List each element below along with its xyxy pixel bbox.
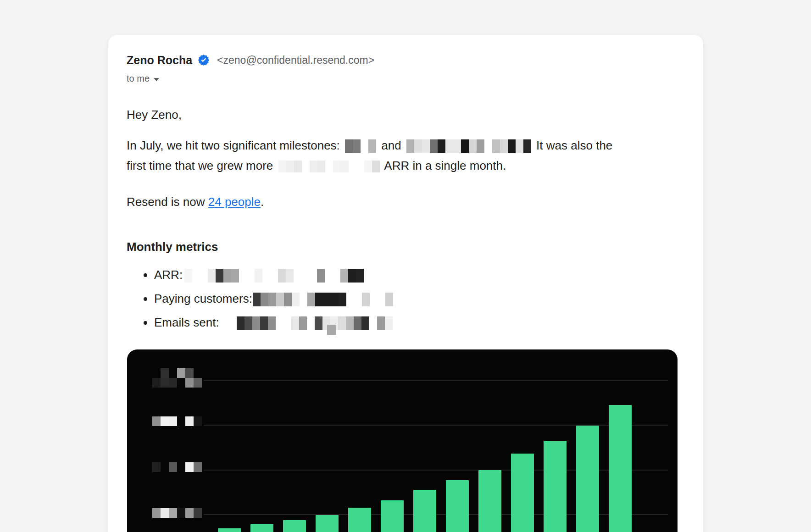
team-size-link[interactable]: 24 people bbox=[208, 195, 261, 209]
redaction-cell bbox=[484, 139, 492, 153]
redaction-cell bbox=[361, 139, 368, 153]
redaction-cell bbox=[177, 368, 185, 378]
redaction-cell bbox=[469, 139, 477, 153]
redaction-cell bbox=[292, 293, 300, 306]
chart-bar-5 bbox=[348, 508, 371, 532]
redaction-cell bbox=[177, 508, 185, 518]
redaction-cell bbox=[307, 316, 315, 330]
chart-bar-3 bbox=[283, 520, 306, 532]
redaction-cell bbox=[500, 139, 508, 153]
redaction-cell bbox=[438, 139, 445, 153]
chart-y-axis-label-redacted bbox=[152, 462, 202, 472]
redaction-cell bbox=[370, 293, 378, 306]
redaction-cell bbox=[169, 508, 177, 518]
paragraph-text: . bbox=[261, 195, 264, 209]
paragraph-text: It was also the bbox=[533, 139, 612, 152]
redacted-value-block bbox=[184, 269, 364, 283]
redaction-cell bbox=[333, 161, 341, 172]
redaction-cell bbox=[208, 269, 216, 283]
chart-gridline bbox=[204, 380, 668, 381]
redaction-row bbox=[253, 293, 393, 306]
redaction-cell bbox=[161, 368, 169, 378]
redaction-cell bbox=[161, 378, 169, 388]
milestones-paragraph: In July, we hit two significant mileston… bbox=[127, 135, 685, 176]
chart-bar-8 bbox=[446, 480, 469, 532]
redaction-cell bbox=[252, 316, 260, 330]
chart-bar-12 bbox=[576, 426, 599, 532]
redaction-cell bbox=[369, 316, 377, 330]
paragraph-text: first time that we grew more bbox=[127, 159, 277, 172]
redaction-cell bbox=[325, 161, 333, 172]
redaction-cell bbox=[194, 378, 202, 388]
redaction-cell bbox=[152, 378, 161, 388]
redacted-text-block bbox=[345, 139, 376, 153]
redaction-cell bbox=[301, 269, 309, 283]
redaction-cell bbox=[299, 316, 307, 330]
redaction-cell bbox=[345, 139, 353, 153]
redaction-cell bbox=[278, 269, 286, 283]
redaction-cell bbox=[185, 378, 194, 388]
redaction-row bbox=[184, 269, 364, 283]
redaction-cell bbox=[291, 316, 299, 330]
redaction-cell bbox=[300, 293, 307, 306]
redaction-cell bbox=[161, 416, 169, 426]
redaction-cell bbox=[284, 293, 292, 306]
redaction-cell bbox=[333, 269, 340, 283]
redaction-cell bbox=[353, 139, 361, 153]
redacted-value-block bbox=[327, 325, 336, 335]
redaction-cell bbox=[262, 269, 270, 283]
email-content: Zeno Rocha <zeno@confidential.resend.com… bbox=[108, 35, 703, 532]
sender-email: <zeno@confidential.resend.com> bbox=[217, 53, 374, 67]
redaction-cell bbox=[317, 269, 325, 283]
chart-bar-4 bbox=[316, 515, 339, 532]
redaction-row bbox=[152, 462, 202, 472]
redaction-cell bbox=[169, 368, 177, 378]
redaction-cell bbox=[492, 139, 500, 153]
redaction-cell bbox=[385, 316, 393, 330]
paragraph-text: and bbox=[378, 139, 405, 152]
redaction-cell bbox=[161, 462, 169, 472]
redaction-cell bbox=[340, 269, 348, 283]
redaction-cell bbox=[315, 316, 322, 330]
redaction-cell bbox=[422, 139, 430, 153]
redaction-cell bbox=[276, 316, 283, 330]
sender-name: Zeno Rocha bbox=[127, 53, 192, 67]
redaction-cell bbox=[184, 269, 192, 283]
redaction-cell bbox=[309, 269, 317, 283]
chart-y-axis-label-redacted bbox=[152, 416, 202, 426]
redaction-cell bbox=[317, 161, 325, 172]
redaction-cell bbox=[516, 139, 523, 153]
redaction-cell bbox=[152, 368, 161, 378]
redaction-cell bbox=[286, 269, 294, 283]
redaction-cell bbox=[294, 269, 301, 283]
redaction-cell bbox=[185, 508, 194, 518]
paragraph-text: In July, we hit two significant mileston… bbox=[127, 139, 343, 152]
redaction-cell bbox=[327, 325, 336, 335]
redaction-row bbox=[152, 378, 202, 388]
metrics-heading: Monthly metrics bbox=[127, 239, 685, 255]
redaction-cell bbox=[255, 269, 262, 283]
redaction-cell bbox=[346, 293, 354, 306]
redaction-cell bbox=[152, 508, 161, 518]
redaction-cell bbox=[325, 269, 333, 283]
recipient-dropdown[interactable]: to me bbox=[127, 73, 159, 84]
redaction-cell bbox=[192, 269, 200, 283]
redaction-row bbox=[237, 316, 393, 330]
redaction-cell bbox=[445, 139, 453, 153]
redaction-cell bbox=[354, 316, 361, 330]
redaction-cell bbox=[338, 316, 346, 330]
list-item-arr: ARR: bbox=[154, 263, 685, 287]
team-size-paragraph: Resend is now 24 people. bbox=[127, 194, 685, 210]
redaction-cell bbox=[169, 416, 177, 426]
email-card: Zeno Rocha <zeno@confidential.resend.com… bbox=[108, 35, 703, 532]
redacted-value-block bbox=[253, 293, 393, 306]
redaction-cell bbox=[194, 462, 202, 472]
redaction-cell bbox=[177, 378, 185, 388]
redaction-cell bbox=[368, 139, 376, 153]
redaction-cell bbox=[346, 316, 354, 330]
redaction-cell bbox=[152, 416, 161, 426]
verified-badge-icon bbox=[198, 54, 210, 66]
chart-bar-13 bbox=[609, 405, 632, 532]
chart-bar-11 bbox=[544, 441, 567, 532]
redaction-cell bbox=[294, 161, 302, 172]
